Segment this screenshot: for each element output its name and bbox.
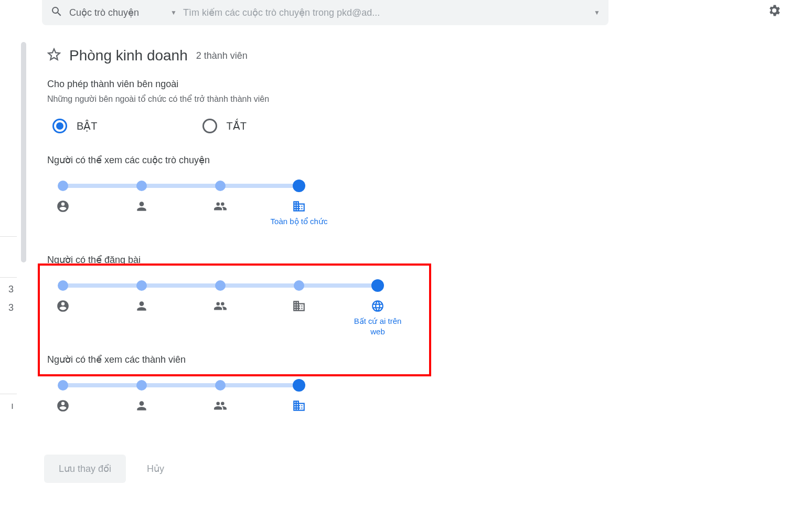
slider-title: Người có thể xem các cuộc trò chuyện — [47, 154, 782, 166]
slider-stop[interactable] — [136, 280, 147, 291]
slider-title: Người có thể đăng bài — [47, 254, 782, 266]
radio-icon — [202, 119, 217, 133]
people-icon — [189, 399, 252, 413]
slider-stop[interactable] — [294, 280, 304, 291]
slider-stop[interactable] — [215, 280, 226, 291]
slider-stop-label: Bất cứ ai trên web — [346, 316, 409, 336]
section-heading-external: Cho phép thành viên bên ngoài — [47, 79, 782, 90]
slider-stop[interactable] — [58, 280, 68, 291]
slider-post: Người có thể đăng bài Bất c — [47, 254, 782, 333]
org-icon — [268, 399, 330, 413]
people-icon — [189, 299, 252, 313]
gear-icon[interactable] — [767, 3, 782, 20]
sidebar-count: 3 — [0, 302, 17, 313]
radio-option-off[interactable]: TẮT — [202, 119, 247, 133]
slider-stop[interactable] — [58, 380, 68, 391]
slider-stop-selected[interactable] — [371, 279, 384, 292]
person-icon — [110, 299, 173, 313]
slider-title: Người có thể xem các thành viên — [47, 354, 782, 365]
slider-stop-label: Toàn bộ tổ chức — [268, 216, 330, 227]
slider-stop[interactable] — [215, 380, 226, 391]
footer-actions: Lưu thay đổi Hủy — [44, 455, 164, 483]
search-category-dropdown[interactable]: Cuộc trò chuyện ▼ — [69, 7, 177, 18]
sidebar-fragment: ı — [0, 387, 17, 412]
page-title-row: Phòng kinh doanh 2 thành viên — [47, 47, 782, 64]
org-icon: Toàn bộ tổ chức — [268, 199, 330, 227]
person-circle-icon — [31, 399, 94, 413]
sidebar-fragment: 3 — [0, 271, 17, 295]
sidebar-fragment: 3 — [0, 302, 17, 313]
person-icon — [110, 199, 173, 213]
search-bar: Cuộc trò chuyện ▼ Tìm kiếm các cuộc trò … — [42, 0, 608, 25]
slider-track[interactable] — [63, 378, 782, 392]
radio-label-off: TẮT — [227, 120, 247, 132]
web-icon: Bất cứ ai trên web — [346, 299, 409, 336]
external-members-radio-group: BẬT TẮT — [47, 119, 782, 133]
search-category-label: Cuộc trò chuyện — [69, 7, 139, 18]
sidebar-fragment — [0, 230, 17, 243]
section-desc-external: Những người bên ngoài tổ chức có thể trở… — [47, 94, 782, 104]
cancel-button[interactable]: Hủy — [147, 463, 164, 475]
save-button[interactable]: Lưu thay đổi — [44, 455, 126, 483]
org-icon — [268, 299, 330, 313]
person-icon — [110, 399, 173, 413]
slider-stop[interactable] — [58, 181, 68, 191]
slider-stop-selected[interactable] — [293, 379, 305, 392]
slider-stop-selected[interactable] — [293, 180, 305, 192]
star-icon[interactable] — [47, 48, 61, 64]
member-count: 2 thành viên — [196, 50, 248, 61]
slider-stop[interactable] — [136, 380, 147, 391]
main-content: Phòng kinh doanh 2 thành viên Cho phép t… — [47, 47, 782, 454]
slider-view-conversations: Người có thể xem các cuộc trò chuyện Toà… — [47, 154, 782, 233]
slider-track[interactable] — [63, 178, 782, 192]
scrollbar-handle[interactable] — [21, 42, 26, 262]
slider-stop[interactable] — [215, 181, 226, 191]
radio-label-on: BẬT — [77, 120, 98, 132]
person-circle-icon — [31, 299, 94, 313]
person-circle-icon — [31, 199, 94, 213]
radio-icon — [52, 119, 67, 133]
slider-track[interactable] — [63, 278, 782, 292]
slider-stop[interactable] — [136, 181, 147, 191]
search-input[interactable]: Tìm kiếm các cuộc trò chuyện trong pkd@a… — [183, 7, 587, 18]
radio-option-on[interactable]: BẬT — [52, 119, 98, 133]
chevron-down-icon[interactable]: ▼ — [594, 9, 600, 16]
slider-view-members: Người có thể xem các thành viên — [47, 354, 782, 433]
group-title: Phòng kinh doanh — [69, 47, 188, 64]
search-icon[interactable] — [50, 5, 63, 20]
sidebar-count: 3 — [0, 284, 17, 295]
chevron-down-icon: ▼ — [170, 9, 177, 16]
people-icon — [189, 199, 252, 213]
